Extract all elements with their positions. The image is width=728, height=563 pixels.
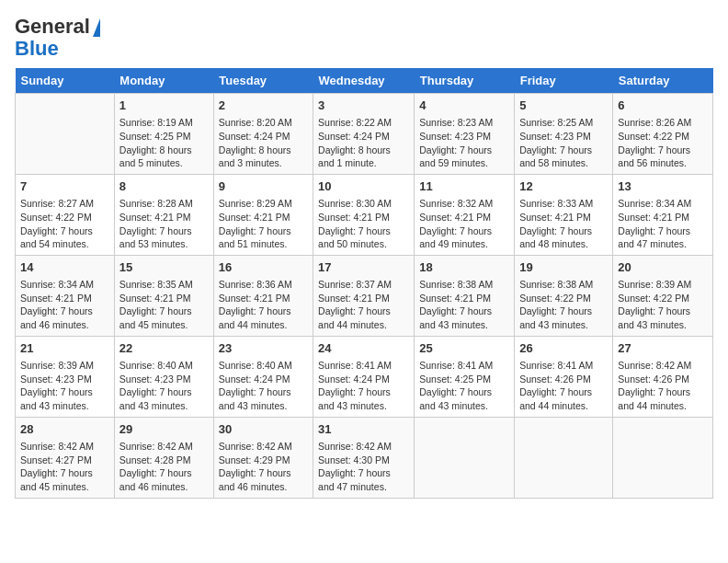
cell-details: Sunrise: 8:38 AMSunset: 4:22 PMDaylight:… (519, 278, 608, 332)
cell-details: Sunrise: 8:38 AMSunset: 4:21 PMDaylight:… (419, 278, 509, 332)
calendar-cell: 8Sunrise: 8:28 AMSunset: 4:21 PMDaylight… (114, 174, 213, 255)
cell-details: Sunrise: 8:27 AMSunset: 4:22 PMDaylight:… (20, 197, 109, 251)
day-number: 13 (618, 178, 708, 195)
week-row: 1Sunrise: 8:19 AMSunset: 4:25 PMDaylight… (16, 94, 713, 175)
logo: General Blue (15, 15, 100, 59)
day-number: 20 (618, 259, 708, 276)
day-number: 3 (318, 98, 409, 114)
day-number: 12 (519, 178, 608, 195)
calendar-cell (515, 417, 613, 498)
day-number: 11 (419, 178, 509, 195)
cell-details: Sunrise: 8:19 AMSunset: 4:25 PMDaylight:… (119, 116, 209, 170)
cell-details: Sunrise: 8:33 AMSunset: 4:21 PMDaylight:… (519, 197, 608, 251)
calendar-cell (16, 94, 115, 175)
day-number: 5 (519, 98, 608, 114)
day-number: 25 (419, 340, 509, 357)
calendar-cell: 30Sunrise: 8:42 AMSunset: 4:29 PMDayligh… (213, 417, 313, 498)
calendar-cell: 14Sunrise: 8:34 AMSunset: 4:21 PMDayligh… (16, 255, 115, 336)
calendar-cell: 22Sunrise: 8:40 AMSunset: 4:23 PMDayligh… (114, 336, 213, 417)
day-number: 4 (419, 98, 509, 114)
cell-details: Sunrise: 8:25 AMSunset: 4:23 PMDaylight:… (519, 116, 608, 170)
calendar-cell: 31Sunrise: 8:42 AMSunset: 4:30 PMDayligh… (313, 417, 415, 498)
day-number: 21 (20, 340, 109, 357)
calendar-cell: 16Sunrise: 8:36 AMSunset: 4:21 PMDayligh… (213, 255, 313, 336)
day-number: 7 (20, 178, 109, 195)
calendar-cell: 17Sunrise: 8:37 AMSunset: 4:21 PMDayligh… (313, 255, 415, 336)
calendar-cell (415, 417, 515, 498)
cell-details: Sunrise: 8:37 AMSunset: 4:21 PMDaylight:… (318, 278, 409, 332)
day-number: 15 (119, 259, 209, 276)
day-number: 27 (618, 340, 708, 357)
calendar-cell: 19Sunrise: 8:38 AMSunset: 4:22 PMDayligh… (515, 255, 613, 336)
cell-details: Sunrise: 8:29 AMSunset: 4:21 PMDaylight:… (219, 197, 308, 251)
day-number: 8 (119, 178, 209, 195)
header-cell-friday: Friday (515, 68, 613, 94)
calendar-cell: 24Sunrise: 8:41 AMSunset: 4:24 PMDayligh… (313, 336, 415, 417)
calendar-cell: 15Sunrise: 8:35 AMSunset: 4:21 PMDayligh… (114, 255, 213, 336)
cell-details: Sunrise: 8:41 AMSunset: 4:25 PMDaylight:… (419, 359, 509, 413)
day-number: 29 (119, 421, 209, 438)
cell-details: Sunrise: 8:26 AMSunset: 4:22 PMDaylight:… (618, 116, 708, 170)
calendar-cell: 10Sunrise: 8:30 AMSunset: 4:21 PMDayligh… (313, 174, 415, 255)
day-number: 17 (318, 259, 409, 276)
cell-details: Sunrise: 8:39 AMSunset: 4:22 PMDaylight:… (618, 278, 708, 332)
calendar-table: SundayMondayTuesdayWednesdayThursdayFrid… (15, 68, 713, 499)
cell-details: Sunrise: 8:28 AMSunset: 4:21 PMDaylight:… (119, 197, 209, 251)
cell-details: Sunrise: 8:32 AMSunset: 4:21 PMDaylight:… (419, 197, 509, 251)
day-number: 16 (219, 259, 308, 276)
cell-details: Sunrise: 8:42 AMSunset: 4:26 PMDaylight:… (618, 359, 708, 413)
cell-details: Sunrise: 8:41 AMSunset: 4:24 PMDaylight:… (318, 359, 409, 413)
day-number: 19 (519, 259, 608, 276)
day-number: 22 (119, 340, 209, 357)
week-row: 14Sunrise: 8:34 AMSunset: 4:21 PMDayligh… (16, 255, 713, 336)
header-row: SundayMondayTuesdayWednesdayThursdayFrid… (16, 68, 713, 94)
calendar-cell: 1Sunrise: 8:19 AMSunset: 4:25 PMDaylight… (114, 94, 213, 175)
calendar-cell: 4Sunrise: 8:23 AMSunset: 4:23 PMDaylight… (415, 94, 515, 175)
day-number: 30 (219, 421, 308, 438)
calendar-cell: 2Sunrise: 8:20 AMSunset: 4:24 PMDaylight… (213, 94, 313, 175)
calendar-cell: 23Sunrise: 8:40 AMSunset: 4:24 PMDayligh… (213, 336, 313, 417)
header-cell-wednesday: Wednesday (313, 68, 415, 94)
cell-details: Sunrise: 8:34 AMSunset: 4:21 PMDaylight:… (20, 278, 109, 332)
cell-details: Sunrise: 8:35 AMSunset: 4:21 PMDaylight:… (119, 278, 209, 332)
calendar-cell: 6Sunrise: 8:26 AMSunset: 4:22 PMDaylight… (613, 94, 713, 175)
calendar-cell: 21Sunrise: 8:39 AMSunset: 4:23 PMDayligh… (16, 336, 115, 417)
calendar-cell: 20Sunrise: 8:39 AMSunset: 4:22 PMDayligh… (613, 255, 713, 336)
week-row: 28Sunrise: 8:42 AMSunset: 4:27 PMDayligh… (16, 417, 713, 498)
logo-general: General (15, 15, 90, 39)
cell-details: Sunrise: 8:39 AMSunset: 4:23 PMDaylight:… (20, 359, 109, 413)
cell-details: Sunrise: 8:23 AMSunset: 4:23 PMDaylight:… (419, 116, 509, 170)
calendar-body: 1Sunrise: 8:19 AMSunset: 4:25 PMDaylight… (16, 94, 713, 499)
week-row: 21Sunrise: 8:39 AMSunset: 4:23 PMDayligh… (16, 336, 713, 417)
day-number: 10 (318, 178, 409, 195)
day-number: 14 (20, 259, 109, 276)
header-cell-thursday: Thursday (415, 68, 515, 94)
calendar-cell: 27Sunrise: 8:42 AMSunset: 4:26 PMDayligh… (613, 336, 713, 417)
header-cell-monday: Monday (114, 68, 213, 94)
day-number: 31 (318, 421, 409, 438)
cell-details: Sunrise: 8:22 AMSunset: 4:24 PMDaylight:… (318, 116, 409, 170)
logo-arrow-icon (93, 18, 100, 37)
day-number: 6 (618, 98, 708, 114)
calendar-cell: 12Sunrise: 8:33 AMSunset: 4:21 PMDayligh… (515, 174, 613, 255)
header-cell-sunday: Sunday (16, 68, 115, 94)
week-row: 7Sunrise: 8:27 AMSunset: 4:22 PMDaylight… (16, 174, 713, 255)
cell-details: Sunrise: 8:20 AMSunset: 4:24 PMDaylight:… (219, 116, 308, 170)
day-number: 28 (20, 421, 109, 438)
calendar-cell: 28Sunrise: 8:42 AMSunset: 4:27 PMDayligh… (16, 417, 115, 498)
page-header: General Blue (15, 15, 713, 59)
calendar-header: SundayMondayTuesdayWednesdayThursdayFrid… (16, 68, 713, 94)
header-cell-saturday: Saturday (613, 68, 713, 94)
logo-blue: Blue (15, 39, 59, 59)
cell-details: Sunrise: 8:40 AMSunset: 4:23 PMDaylight:… (119, 359, 209, 413)
cell-details: Sunrise: 8:40 AMSunset: 4:24 PMDaylight:… (219, 359, 308, 413)
calendar-cell: 3Sunrise: 8:22 AMSunset: 4:24 PMDaylight… (313, 94, 415, 175)
calendar-cell (613, 417, 713, 498)
day-number: 23 (219, 340, 308, 357)
cell-details: Sunrise: 8:42 AMSunset: 4:28 PMDaylight:… (119, 440, 209, 494)
calendar-cell: 26Sunrise: 8:41 AMSunset: 4:26 PMDayligh… (515, 336, 613, 417)
calendar-cell: 7Sunrise: 8:27 AMSunset: 4:22 PMDaylight… (16, 174, 115, 255)
day-number: 24 (318, 340, 409, 357)
cell-details: Sunrise: 8:41 AMSunset: 4:26 PMDaylight:… (519, 359, 608, 413)
calendar-cell: 11Sunrise: 8:32 AMSunset: 4:21 PMDayligh… (415, 174, 515, 255)
